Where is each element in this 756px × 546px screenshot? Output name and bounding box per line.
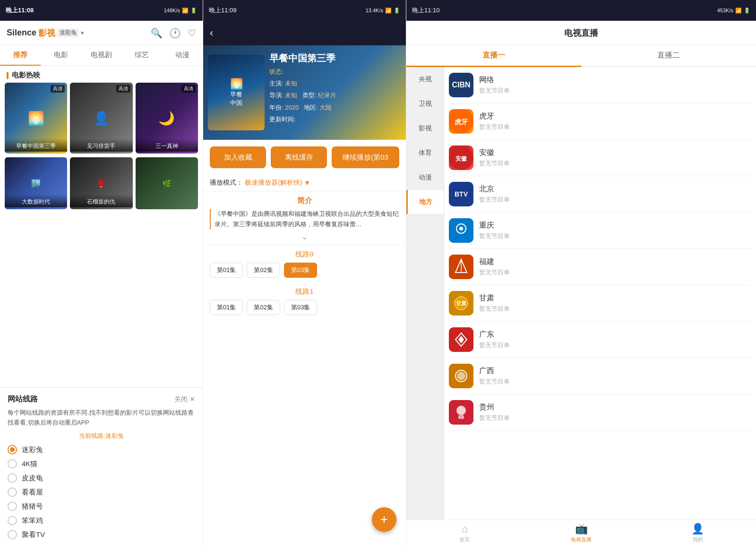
close-overlay-button[interactable]: 关闭 ✕: [174, 395, 195, 404]
channel-logo-guangxi: [449, 364, 473, 388]
route-label-4kcat: 4K猫: [22, 460, 37, 469]
tab-recommend[interactable]: 推荐: [0, 45, 41, 66]
episode-1-3[interactable]: 第03集: [284, 300, 317, 315]
collect-button[interactable]: 加入收藏: [210, 146, 266, 168]
tab-tv[interactable]: 电视剧: [81, 45, 122, 66]
radio-zhuzhu[interactable]: [8, 502, 17, 511]
p2-scrollable: 简介 《早餐中国》是由腾讯视频和福建海峡卫视联合出品的大型美食短纪录片。第三季将…: [203, 191, 406, 546]
radio-benben[interactable]: [8, 516, 17, 525]
movie-card-nianguo[interactable]: 🌿: [136, 157, 198, 209]
route-item-kankanwu[interactable]: 看看屋: [8, 487, 195, 497]
channel-info-guangxi: 广西 暂无节目单: [479, 366, 751, 386]
svg-text:甘肃: 甘肃: [456, 300, 466, 306]
channel-name-fujian: 福建: [479, 257, 751, 267]
route-item-4kcat[interactable]: 4K猫: [8, 459, 195, 469]
svg-rect-18: [458, 415, 464, 419]
channel-guangxi[interactable]: 广西 暂无节目单: [449, 358, 751, 394]
channel-gansu[interactable]: 甘肃 甘肃 暂无节目单: [449, 285, 751, 322]
play-mode-bar[interactable]: 播放模式： 极速播放器(解析快) ▼: [203, 175, 406, 191]
radio-mizaihu[interactable]: [8, 445, 17, 454]
play-mode-arrow-icon: ▼: [304, 179, 310, 187]
channel-wangluo[interactable]: CIBN 网络 暂无节目单: [449, 67, 751, 103]
channel-info-chongqing: 重庆 暂无节目单: [479, 221, 751, 240]
radio-jukan[interactable]: [8, 530, 17, 539]
detail-year: 年份: 2020 地区: 大陆: [269, 102, 401, 113]
channel-name-guizhou: 贵州: [479, 402, 751, 412]
time-3: 晚上11:10: [412, 6, 440, 15]
radio-4kcat[interactable]: [8, 459, 17, 469]
movie-card-zaocan[interactable]: 🌅 高清 早餐中国第三季: [5, 83, 67, 154]
tab-live-2[interactable]: 直播二: [581, 45, 756, 67]
route-section-1: 线路1 第01集 第02集 第03集: [203, 282, 406, 320]
radio-kankanwu[interactable]: [8, 487, 17, 497]
tab-anime[interactable]: 动漫: [162, 45, 203, 66]
episode-0-3[interactable]: 第03集: [284, 263, 317, 278]
route-item-benben[interactable]: 笨笨鸡: [8, 516, 195, 525]
episode-row-1: 第01集 第02集 第03集: [210, 300, 399, 315]
channel-guangdong[interactable]: 广东 暂无节目单: [449, 322, 751, 358]
cat-dongman[interactable]: 动漫: [406, 165, 444, 190]
route-item-zhuzhu[interactable]: 猪猪号: [8, 502, 195, 511]
tab-movie[interactable]: 电影: [41, 45, 81, 66]
channel-beijing[interactable]: BTV 北京 暂无节目单: [449, 176, 751, 213]
detail-title: 早餐中国第三季: [269, 52, 401, 65]
channel-name-guangdong: 广东: [479, 330, 751, 340]
nav-profile[interactable]: 👤 我的: [639, 520, 756, 546]
tab-variety[interactable]: 综艺: [121, 45, 162, 66]
channel-logo-huya: 虎牙: [449, 109, 473, 134]
nav-tabs: 推荐 电影 电视剧 综艺 动漫: [0, 45, 203, 66]
cat-yangshi[interactable]: 央视: [406, 67, 444, 92]
movie-card-jianxi[interactable]: 👤 高清 见习排雷手: [70, 83, 132, 154]
nav-home-label: 首页: [459, 536, 470, 543]
route-item-mizaihu[interactable]: 迷彩兔: [8, 445, 195, 454]
channel-name-guangxi: 广西: [479, 366, 751, 376]
nav-live-tv[interactable]: 📺 电视直播: [523, 520, 640, 546]
movie-title-1: 早餐中国第三季: [5, 138, 67, 152]
cat-weishi[interactable]: 卫视: [406, 92, 444, 116]
favorite-icon[interactable]: ♡: [188, 27, 196, 39]
channel-huya[interactable]: 虎牙 虎牙 暂无节目单: [449, 103, 751, 140]
route-label-pipigui: 皮皮龟: [22, 474, 43, 483]
channel-name-gansu: 甘肃: [479, 293, 751, 303]
dropdown-arrow-icon[interactable]: ▾: [81, 30, 84, 36]
channel-name-wangluo: 网络: [479, 75, 751, 85]
channel-guizhou[interactable]: 贵州 暂无节目单: [449, 394, 751, 431]
panel2: 晚上11:09 13.4K/s 📶 🔋 ‹ 🌅 早餐 中国 早餐中国第三季 状态…: [203, 0, 406, 546]
nav-home[interactable]: ⌂ 首页: [406, 520, 523, 546]
detail-info: 早餐中国第三季 状态: 主演: 未知 导演: 未知 类型: 纪录片 年份: 20…: [269, 45, 406, 140]
cat-tiyu[interactable]: 体育: [406, 141, 444, 165]
status-icons-3: 453K/s 📶 🔋: [717, 8, 750, 14]
expand-button[interactable]: ⌄: [210, 231, 399, 242]
cat-yingshi[interactable]: 影视: [406, 116, 444, 141]
history-icon[interactable]: 🕐: [169, 27, 181, 39]
route-item-pipigui[interactable]: 皮皮龟: [8, 473, 195, 483]
radio-pipigui[interactable]: [8, 473, 17, 483]
channel-info-guangdong: 广东 暂无节目单: [479, 330, 751, 350]
search-icon[interactable]: 🔍: [151, 27, 163, 39]
movie-card-dadata[interactable]: 🏙️ 大数据时代: [5, 157, 67, 209]
movie-card-shizhan[interactable]: 🥊 石榴坂的仇: [70, 157, 132, 209]
time-1: 晚上11:08: [6, 6, 34, 15]
app-name-tv: 影视: [38, 27, 55, 39]
cache-button[interactable]: 离线缓存: [271, 146, 327, 168]
signal-icon: 📶: [182, 8, 189, 14]
route-label-zhuzhu: 猪猪号: [22, 502, 43, 511]
cat-difang[interactable]: 地方: [406, 190, 444, 214]
tab-live-1[interactable]: 直播一: [406, 45, 581, 67]
channel-chongqing[interactable]: 重庆 暂无节目单: [449, 213, 751, 249]
back-button[interactable]: ‹: [210, 27, 213, 39]
fab-add-button[interactable]: +: [372, 507, 396, 532]
episode-1-2[interactable]: 第02集: [247, 300, 280, 315]
channel-fujian[interactable]: 福建 暂无节目单: [449, 249, 751, 285]
channel-anhui[interactable]: 安徽 安徽 暂无节目单: [449, 140, 751, 176]
intro-text: 《早餐中国》是由腾讯视频和福建海峡卫视联合出品的大型美食短纪录片。第三季将延续前…: [215, 209, 399, 230]
episode-0-2[interactable]: 第02集: [247, 263, 280, 278]
signal-icon-2: 📶: [385, 8, 392, 14]
episode-1-1[interactable]: 第01集: [210, 300, 243, 315]
play-button[interactable]: 继续播放(第03: [332, 146, 399, 168]
profile-icon: 👤: [691, 523, 704, 535]
intro-section: 简介 《早餐中国》是由腾讯视频和福建海峡卫视联合出品的大型美食短纪录片。第三季将…: [203, 191, 406, 245]
movie-card-sanyizhen[interactable]: 🌙 高清 三一真神: [136, 83, 198, 154]
episode-0-1[interactable]: 第01集: [210, 263, 243, 278]
route-item-jukan[interactable]: 聚看TV: [8, 530, 195, 539]
